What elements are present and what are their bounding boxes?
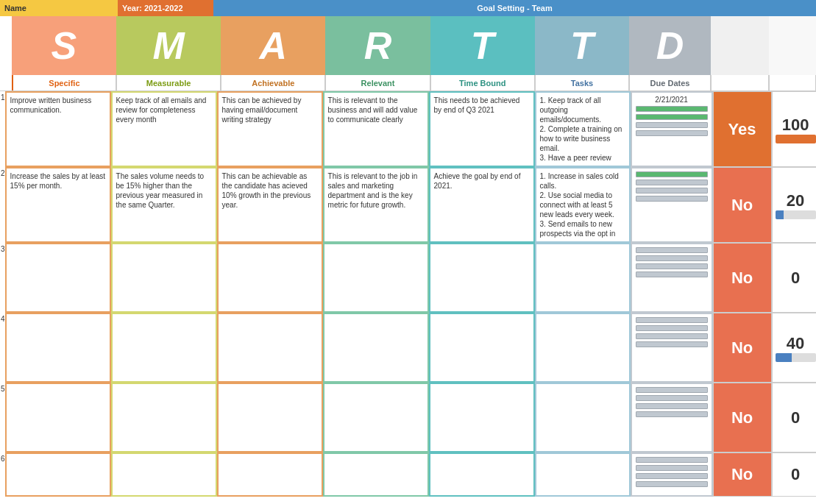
due-date-bar-1-1 — [636, 114, 708, 120]
cell-score-2[interactable]: 20 — [772, 167, 816, 243]
cell-status-2[interactable]: No — [713, 167, 772, 243]
due-date-bar-2-0 — [636, 171, 708, 177]
score-bar-fill-1 — [776, 135, 816, 143]
col-header-duedates: Due Dates — [629, 75, 711, 90]
cell-measurable-5[interactable] — [111, 383, 217, 452]
due-date-bar-4-3 — [636, 341, 708, 347]
page-title: Goal Setting - Team — [213, 0, 816, 16]
due-date-bar-4-0 — [636, 317, 708, 323]
cell-achievable-6[interactable] — [217, 452, 323, 497]
cell-duedates-3[interactable] — [631, 243, 713, 313]
cell-relevant-1[interactable]: This is relevant to the business and wil… — [323, 91, 429, 167]
cell-timebound-2[interactable]: Achieve the goal by end of 2021. — [429, 167, 535, 243]
cell-tasks-6[interactable] — [535, 452, 631, 497]
cell-tasks-2[interactable]: 1. Increase in sales cold calls. 2. Use … — [535, 167, 631, 243]
due-date-bar-2-2 — [636, 188, 708, 194]
cell-measurable-1[interactable]: Keep track of all emails and review for … — [111, 91, 217, 167]
cell-score-6[interactable]: 0 — [772, 452, 816, 497]
col-header-score — [769, 75, 816, 90]
cell-score-1[interactable]: 100 — [772, 91, 816, 167]
cell-specific-3[interactable] — [5, 243, 111, 313]
due-date-bar-5-3 — [636, 411, 708, 417]
due-date-bar-2-3 — [636, 196, 708, 202]
cell-tasks-4[interactable] — [535, 313, 631, 383]
smart-t: T — [430, 16, 535, 75]
cell-score-5[interactable]: 0 — [772, 383, 816, 452]
cell-specific-4[interactable] — [5, 313, 111, 383]
due-date-bar-2-1 — [636, 180, 708, 185]
cell-achievable-3[interactable] — [217, 243, 323, 313]
cell-timebound-4[interactable] — [429, 313, 535, 383]
cell-duedates-4[interactable] — [631, 313, 713, 383]
cell-status-5[interactable]: No — [713, 383, 772, 452]
cell-duedates-6[interactable] — [631, 452, 713, 497]
cell-duedates-1[interactable]: 2/21/2021 — [631, 91, 713, 167]
cell-measurable-3[interactable] — [111, 243, 217, 313]
cell-status-4[interactable]: No — [713, 313, 772, 383]
cell-measurable-2[interactable]: The sales volume needs to be 15% higher … — [111, 167, 217, 243]
cell-relevant-2[interactable]: This is relevant to the job in sales and… — [323, 167, 429, 243]
cell-measurable-6[interactable] — [111, 452, 217, 497]
cell-duedates-5[interactable] — [631, 383, 713, 452]
score-number-2: 20 — [787, 191, 804, 210]
smart-row: S M A R T T D — [0, 16, 816, 75]
cell-status-6[interactable]: No — [713, 452, 772, 497]
cell-achievable-1[interactable]: This can be achieved by having email/doc… — [217, 91, 323, 167]
due-date-bar-6-0 — [636, 457, 708, 463]
due-date-bar-4-1 — [636, 325, 708, 331]
cell-relevant-3[interactable] — [323, 243, 429, 313]
cell-tasks-5[interactable] — [535, 383, 631, 452]
cell-relevant-5[interactable] — [323, 383, 429, 452]
due-date-bar-1-0 — [636, 106, 708, 112]
data-rows-container: 1Improve written business communication.… — [0, 91, 816, 497]
cell-specific-5[interactable] — [5, 383, 111, 452]
smart-r: R — [325, 16, 430, 75]
smart-d: D — [629, 16, 711, 75]
cell-relevant-4[interactable] — [323, 313, 429, 383]
cell-score-4[interactable]: 40 — [772, 313, 816, 383]
due-date-bar-6-3 — [636, 481, 708, 487]
cell-status-1[interactable]: Yes — [713, 91, 772, 167]
due-date-bar-5-0 — [636, 387, 708, 393]
col-header-measurable: Measurable — [116, 75, 221, 90]
score-bar-fill-4 — [776, 353, 792, 362]
due-date-bar-4-2 — [636, 333, 708, 339]
cell-status-3[interactable]: No — [713, 243, 772, 313]
score-number-1: 100 — [782, 116, 809, 135]
data-section-6: 6No0 — [0, 452, 816, 497]
name-label: Name — [0, 0, 118, 16]
score-number-6: 0 — [791, 465, 800, 484]
cell-duedates-2[interactable] — [631, 167, 713, 243]
cell-timebound-1[interactable]: This needs to be achieved by end of Q3 2… — [429, 91, 535, 167]
col-header-relevant: Relevant — [325, 75, 430, 90]
year-label: Year: 2021-2022 — [118, 0, 213, 16]
cell-specific-6[interactable] — [5, 452, 111, 497]
due-date-bar-6-1 — [636, 465, 708, 471]
due-date-bar-1-3 — [636, 130, 708, 136]
col-header-status — [711, 75, 769, 90]
due-date-bar-1-2 — [636, 122, 708, 128]
cell-score-3[interactable]: 0 — [772, 243, 816, 313]
score-number-4: 40 — [787, 334, 804, 353]
col-header-timebound: Time Bound — [430, 75, 535, 90]
cell-achievable-5[interactable] — [217, 383, 323, 452]
due-date-bar-3-0 — [636, 247, 708, 253]
cell-relevant-6[interactable] — [323, 452, 429, 497]
cell-timebound-3[interactable] — [429, 243, 535, 313]
data-section-5: 5No0 — [0, 383, 816, 452]
cell-tasks-1[interactable]: 1. Keep track of all outgoing emails/doc… — [535, 91, 631, 167]
cell-specific-2[interactable]: Increase the sales by at least 15% per m… — [5, 167, 111, 243]
cell-achievable-4[interactable] — [217, 313, 323, 383]
due-date-bar-6-2 — [636, 473, 708, 479]
cell-measurable-4[interactable] — [111, 313, 217, 383]
smart-m: M — [116, 16, 221, 75]
due-date-bar-3-2 — [636, 263, 708, 269]
cell-timebound-6[interactable] — [429, 452, 535, 497]
header-row: Name Year: 2021-2022 Goal Setting - Team — [0, 0, 816, 16]
due-date-bar-3-1 — [636, 255, 708, 261]
cell-specific-1[interactable]: Improve written business communication. — [5, 91, 111, 167]
data-section-4: 4No40 — [0, 313, 816, 383]
cell-achievable-2[interactable]: This can be achievable as the candidate … — [217, 167, 323, 243]
cell-tasks-3[interactable] — [535, 243, 631, 313]
cell-timebound-5[interactable] — [429, 383, 535, 452]
